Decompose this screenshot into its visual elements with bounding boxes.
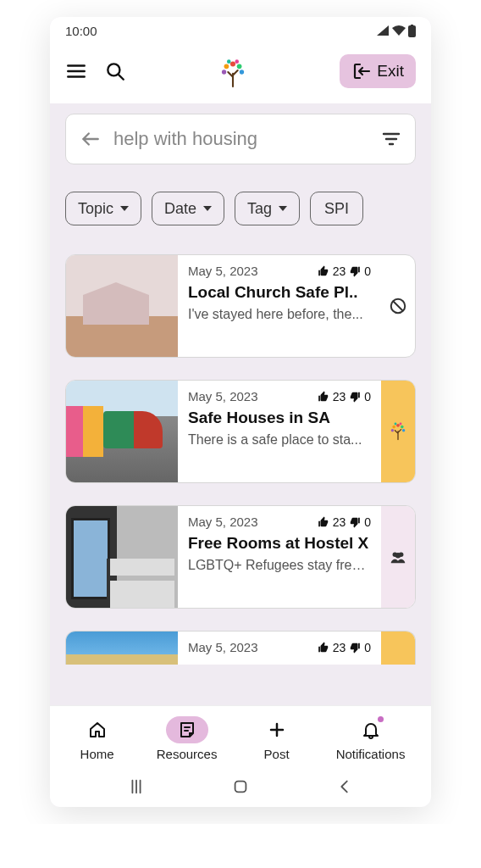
nav-label: Post (264, 747, 290, 761)
chip-label: Topic (78, 200, 113, 218)
svg-point-8 (227, 59, 231, 64)
filter-chip-tag[interactable]: Tag (235, 192, 300, 225)
search-button[interactable] (104, 60, 126, 82)
back-arrow-icon[interactable] (80, 128, 102, 150)
signal-icon (376, 25, 390, 36)
home-icon (87, 720, 108, 740)
status-bar: 10:00 (50, 17, 431, 44)
svg-point-17 (400, 423, 402, 426)
chevron-down-icon (279, 206, 287, 211)
upvote-count: 23 (333, 515, 346, 529)
system-nav (50, 766, 431, 807)
card-title: Free Rooms at Hostel X (188, 534, 371, 553)
upvote-count: 23 (333, 264, 346, 278)
card-date: May 5, 2023 (188, 515, 258, 529)
card-body: May 5, 2023 23 0 Safe Houses in SA There… (178, 381, 381, 482)
card-thumbnail (66, 632, 178, 665)
wifi-icon (391, 25, 406, 36)
svg-point-13 (401, 426, 404, 429)
svg-point-12 (392, 426, 395, 429)
chevron-down-icon (120, 206, 129, 211)
thumbs-up-icon (318, 265, 329, 277)
app-logo (216, 54, 250, 88)
notification-dot (378, 716, 384, 722)
thumbs-up-icon (318, 391, 329, 403)
result-card[interactable]: May 5, 2023 23 0 (65, 631, 416, 665)
thumbs-up-icon (318, 516, 329, 528)
result-card[interactable]: May 5, 2023 23 0 Free Rooms at Hostel X … (65, 505, 416, 609)
people-icon (389, 548, 407, 566)
sys-back-icon[interactable] (335, 777, 354, 796)
card-meta: May 5, 2023 23 0 (188, 515, 371, 529)
card-title: Local Church Safe Pl.. (188, 283, 371, 302)
svg-point-14 (391, 429, 394, 431)
result-card[interactable]: May 5, 2023 23 0 Safe Houses in SA There… (65, 380, 416, 483)
svg-point-4 (224, 64, 229, 70)
search-area (50, 103, 431, 181)
upvote-count: 23 (333, 641, 346, 654)
chevron-down-icon (203, 206, 212, 211)
nav-notifications[interactable]: Notifications (336, 716, 406, 761)
card-side-action[interactable] (381, 632, 415, 665)
nav-label: Notifications (336, 747, 406, 761)
search-icon (104, 60, 126, 82)
nav-post[interactable]: Post (256, 716, 298, 761)
card-body: May 5, 2023 23 0 Free Rooms at Hostel X … (178, 506, 381, 608)
menu-icon (65, 60, 87, 82)
card-date: May 5, 2023 (188, 264, 258, 278)
note-icon (177, 720, 197, 740)
svg-rect-1 (411, 25, 413, 26)
filter-icon[interactable] (381, 129, 401, 149)
battery-icon (408, 25, 416, 37)
top-header: Exit (50, 44, 431, 103)
filter-chip-date[interactable]: Date (152, 192, 224, 225)
filter-chip-topic[interactable]: Topic (65, 192, 141, 225)
card-side-action[interactable] (381, 506, 415, 608)
card-body: May 5, 2023 23 0 (178, 632, 381, 665)
svg-point-15 (402, 429, 405, 431)
card-date: May 5, 2023 (188, 640, 258, 654)
upvote-count: 23 (333, 390, 346, 403)
card-side-action[interactable] (381, 381, 415, 482)
bottom-nav: Home Resources Post Notifications (50, 705, 431, 766)
menu-button[interactable] (65, 60, 87, 82)
exit-label: Exit (377, 62, 404, 81)
exit-button[interactable]: Exit (340, 54, 416, 88)
card-side-action[interactable] (381, 255, 415, 357)
thumbs-up-icon (318, 642, 329, 654)
chip-label: SPI (324, 200, 349, 218)
nav-home[interactable]: Home (76, 716, 119, 761)
card-meta: May 5, 2023 23 0 (188, 640, 371, 654)
sys-home-icon[interactable] (231, 777, 250, 796)
card-list[interactable]: May 5, 2023 23 0 Local Church Safe Pl.. … (50, 246, 431, 705)
status-time: 10:00 (65, 24, 97, 38)
svg-point-6 (222, 70, 226, 74)
search-input[interactable] (113, 128, 369, 150)
filter-chip-spi[interactable]: SPI (310, 192, 363, 225)
card-desc: There is a safe place to sta... (188, 432, 371, 448)
svg-point-3 (230, 61, 235, 66)
thumbs-down-icon (349, 642, 361, 654)
card-thumbnail (66, 506, 178, 608)
downvote-count: 0 (364, 641, 371, 654)
result-card[interactable]: May 5, 2023 23 0 Local Church Safe Pl.. … (65, 254, 416, 358)
card-title: Safe Houses in SA (188, 409, 371, 427)
nav-resources[interactable]: Resources (157, 716, 218, 761)
downvote-count: 0 (364, 515, 371, 529)
phone-frame: 10:00 (50, 17, 431, 807)
svg-point-20 (395, 553, 401, 558)
card-thumbnail (66, 381, 178, 482)
downvote-count: 0 (364, 390, 371, 403)
svg-point-16 (395, 423, 397, 426)
svg-point-11 (396, 424, 400, 427)
card-meta: May 5, 2023 23 0 (188, 264, 371, 278)
svg-point-9 (235, 59, 240, 64)
card-date: May 5, 2023 (188, 389, 258, 403)
chip-label: Tag (247, 200, 272, 218)
chip-label: Date (164, 200, 196, 218)
nav-label: Resources (157, 747, 218, 761)
sys-recent-icon[interactable] (127, 777, 146, 796)
downvote-count: 0 (364, 264, 371, 278)
search-bar[interactable] (65, 114, 416, 164)
tree-icon (388, 420, 408, 442)
